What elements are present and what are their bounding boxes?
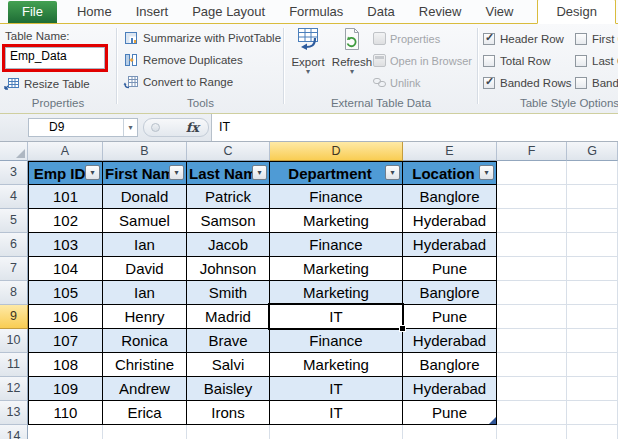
cell-F6[interactable] [497, 233, 567, 257]
filter-dropdown-icon[interactable]: ▾ [252, 165, 267, 180]
cell-C5[interactable]: Samson [187, 209, 270, 233]
cell-B14[interactable] [103, 425, 187, 439]
cell-D6[interactable]: Finance [270, 233, 403, 257]
cell-F13[interactable] [497, 401, 567, 425]
column-header-G[interactable]: G [567, 142, 618, 161]
column-header-C[interactable]: C [187, 142, 270, 161]
cell-E7[interactable]: Pune [403, 257, 497, 281]
tab-formulas[interactable]: Formulas [277, 0, 355, 23]
cell-C11[interactable]: Salvi [187, 353, 270, 377]
cell-E12[interactable]: Hyderabad [403, 377, 497, 401]
export-button[interactable]: Export ▾ [287, 26, 329, 94]
cell-A9[interactable]: 106 [28, 305, 103, 329]
cell-F12[interactable] [497, 377, 567, 401]
cell-D7[interactable]: Marketing [270, 257, 403, 281]
cell-C6[interactable]: Jacob [187, 233, 270, 257]
filter-dropdown-icon[interactable]: ▾ [85, 165, 100, 180]
column-header-D[interactable]: D [270, 142, 403, 161]
cell-F10[interactable] [497, 329, 567, 353]
name-box[interactable]: D9 ▾ [28, 118, 138, 137]
cell-E4[interactable]: Banglore [403, 185, 497, 209]
cell-D13[interactable]: IT [270, 401, 403, 425]
row-header-10[interactable]: 10 [0, 329, 28, 353]
cell-G12[interactable] [567, 377, 618, 401]
cell-C9[interactable]: Madrid [187, 305, 270, 329]
checkbox-icon[interactable] [575, 33, 587, 45]
select-all-corner[interactable] [0, 142, 28, 161]
filter-dropdown-icon[interactable]: ▾ [169, 165, 184, 180]
cell-G4[interactable] [567, 185, 618, 209]
row-header-11[interactable]: 11 [0, 353, 28, 377]
formula-bar-collapse-icon[interactable] [151, 123, 160, 132]
cell-G3[interactable] [567, 161, 618, 185]
cell-G5[interactable] [567, 209, 618, 233]
cell-F11[interactable] [497, 353, 567, 377]
cell-G11[interactable] [567, 353, 618, 377]
cell-E5[interactable]: Hyderabad [403, 209, 497, 233]
cell-C8[interactable]: Smith [187, 281, 270, 305]
cell-A8[interactable]: 105 [28, 281, 103, 305]
checkbox-icon[interactable] [575, 55, 587, 67]
cell-E8[interactable]: Banglore [403, 281, 497, 305]
tab-view[interactable]: View [473, 0, 525, 23]
cell-A4[interactable]: 101 [28, 185, 103, 209]
formula-input[interactable]: IT [211, 114, 618, 141]
first-column-checkbox[interactable]: First Column [575, 31, 618, 46]
header-cell-E3[interactable]: Location▾ [403, 161, 497, 185]
tab-home[interactable]: Home [65, 0, 124, 23]
row-header-7[interactable]: 7 [0, 257, 28, 281]
cell-B11[interactable]: Christine [103, 353, 187, 377]
cell-E14[interactable] [403, 425, 497, 439]
cell-A14[interactable] [28, 425, 103, 439]
cell-G8[interactable] [567, 281, 618, 305]
row-header-4[interactable]: 4 [0, 185, 28, 209]
cell-F9[interactable] [497, 305, 567, 329]
row-header-8[interactable]: 8 [0, 281, 28, 305]
table-name-input[interactable]: Emp_Data [5, 47, 105, 69]
convert-to-range-button[interactable]: Convert to Range [123, 73, 233, 90]
refresh-dropdown-icon[interactable]: ▾ [331, 68, 373, 76]
cell-F7[interactable] [497, 257, 567, 281]
cell-B4[interactable]: Donald [103, 185, 187, 209]
filter-dropdown-icon[interactable]: ▾ [479, 165, 494, 180]
cell-E6[interactable]: Hyderabad [403, 233, 497, 257]
cell-F14[interactable] [497, 425, 567, 439]
filter-dropdown-icon[interactable]: ▾ [385, 165, 400, 180]
header-cell-A3[interactable]: Emp ID▾ [28, 161, 103, 185]
checkbox-icon[interactable] [483, 77, 495, 89]
column-header-B[interactable]: B [103, 142, 187, 161]
cell-D12[interactable]: IT [270, 377, 403, 401]
tab-page-layout[interactable]: Page Layout [180, 0, 277, 23]
cell-A6[interactable]: 103 [28, 233, 103, 257]
cell-G9[interactable] [567, 305, 618, 329]
cell-E10[interactable]: Hyderabad [403, 329, 497, 353]
header-row-checkbox[interactable]: Header Row [483, 31, 564, 46]
cell-C10[interactable]: Brave [187, 329, 270, 353]
refresh-button[interactable]: Refresh ▾ [331, 26, 373, 94]
cell-B7[interactable]: David [103, 257, 187, 281]
cell-D4[interactable]: Finance [270, 185, 403, 209]
row-header-9[interactable]: 9 [0, 305, 28, 329]
banded-rows-checkbox[interactable]: Banded Rows [483, 75, 572, 90]
cell-C4[interactable]: Patrick [187, 185, 270, 209]
column-header-E[interactable]: E [403, 142, 497, 161]
cell-F8[interactable] [497, 281, 567, 305]
cell-D11[interactable]: Marketing [270, 353, 403, 377]
fill-handle[interactable] [399, 325, 406, 332]
cell-B5[interactable]: Samuel [103, 209, 187, 233]
table-resize-handle[interactable] [489, 417, 496, 424]
cell-F3[interactable] [497, 161, 567, 185]
cell-G7[interactable] [567, 257, 618, 281]
tab-insert[interactable]: Insert [124, 0, 181, 23]
cell-F4[interactable] [497, 185, 567, 209]
cell-B9[interactable]: Henry [103, 305, 187, 329]
cell-C13[interactable]: Irons [187, 401, 270, 425]
insert-function-icon[interactable]: fx [186, 120, 199, 135]
checkbox-icon[interactable] [483, 55, 495, 67]
cell-B6[interactable]: Ian [103, 233, 187, 257]
cell-A11[interactable]: 108 [28, 353, 103, 377]
cell-B10[interactable]: Ronica [103, 329, 187, 353]
cell-F5[interactable] [497, 209, 567, 233]
last-column-checkbox[interactable]: Last Column [575, 53, 618, 68]
total-row-checkbox[interactable]: Total Row [483, 53, 551, 68]
